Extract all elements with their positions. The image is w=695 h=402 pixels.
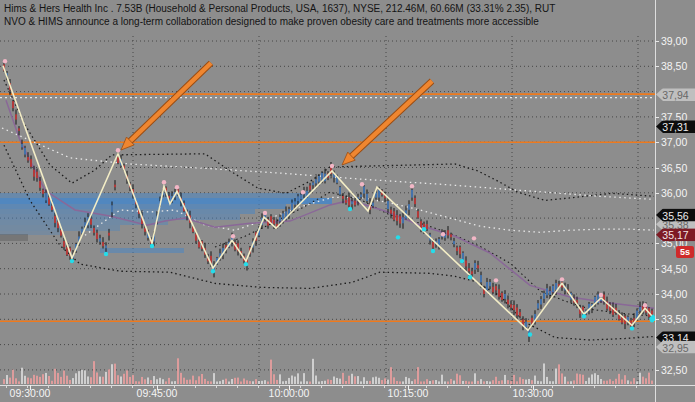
swing-low-dot [468,275,472,279]
price-label: 36,50 [661,162,687,174]
annotation-arrow[interactable] [121,63,211,150]
swing-low-dot [528,332,532,336]
price-axis-tick [655,142,659,143]
price-label: 34,00 [661,288,687,300]
price-axis-tick [655,319,659,320]
price-tag[interactable]: 32,95 [656,341,695,354]
price-tag[interactable]: 37,31 [656,120,695,133]
plot-area [0,36,657,385]
time-axis-tick [258,385,259,388]
price-axis-tick [655,243,659,244]
swing-high-dot [494,278,498,282]
swing-high-dot [410,184,414,188]
swing-high-dot [441,232,445,236]
swing-high-dot [162,180,166,184]
swing-low-dot [150,244,154,248]
time-axis-tick [615,385,616,388]
swing-high-dot [360,182,364,186]
time-axis-tick [237,385,238,388]
swing-low-dot [582,314,586,318]
time-axis-tick [6,385,7,388]
price-chart-canvas[interactable] [0,0,695,402]
swing-high-dot [175,185,179,189]
swing-high-dot [330,164,334,168]
price-axis-tick [655,269,659,270]
swing-low-dot [244,262,248,266]
price-axis-tick [655,117,659,118]
news-headline[interactable]: NVO & HIMS announce a long-term collabor… [4,16,539,27]
time-axis-tick [447,385,448,388]
swing-high-dot [472,236,476,240]
trading-chart-window: Hims & Hers Health Inc . 7.53B (Househol… [0,0,695,402]
time-axis-tick [489,385,490,388]
price-axis-tick [655,41,659,42]
time-axis-tick [342,385,343,388]
swing-high-dot [231,234,235,238]
time-axis-tick [363,385,364,388]
price-label: 39,00 [661,35,687,47]
swing-high-dot [643,303,647,307]
time-axis-tick [216,385,217,388]
price-label: 33,50 [661,313,687,325]
time-axis-tick [111,385,112,388]
swing-high-dot [560,277,564,281]
price-label: 32,50 [661,364,687,376]
swing-low-dot [70,259,74,263]
price-label: 38,50 [661,60,687,72]
swing-low-dot [460,259,464,263]
period-badge[interactable]: 5s [676,246,694,258]
white-ma-slow [2,128,654,199]
time-axis-tick [90,385,91,388]
price-axis-tick [655,294,659,295]
time-label: 10:00:00 [269,387,310,399]
time-label: 09:30:00 [10,387,51,399]
time-axis-tick [195,385,196,388]
price-axis-tick [655,370,659,371]
black-band-mid [215,192,654,316]
swing-high-dot [116,148,120,152]
price-label: 37,00 [661,136,687,148]
time-axis-tick [132,385,133,388]
time-axis-tick [468,385,469,388]
time-axis-tick [321,385,322,388]
swing-low-dot [431,249,435,253]
time-axis-tick [573,385,574,388]
time-axis-tick [69,385,70,388]
price-label: 34,50 [661,263,687,275]
time-label: 10:15:00 [388,387,429,399]
swing-low-dot [211,269,215,273]
volume-histogram [3,358,653,384]
swing-low-dot [396,235,400,239]
price-tag[interactable]: 35,56 [656,209,695,222]
price-label: 36,00 [661,187,687,199]
time-label: 10:30:00 [513,387,554,399]
time-axis-tick [594,385,595,388]
swing-high-dot [263,211,267,215]
swing-high-dot [301,190,305,194]
swing-low-dot [348,207,352,211]
time-axis-tick [510,385,511,388]
price-tag[interactable]: 37,94 [656,88,695,101]
swing-high-dot [3,59,7,63]
symbol-title: Hims & Hers Health Inc . 7.53B (Househol… [4,3,555,14]
time-axis-tick [636,385,637,388]
swing-low-dot [104,252,108,256]
swing-low-dot [422,227,426,231]
price-axis-tick [655,193,659,194]
time-axis-tick [384,385,385,388]
swing-low-dot [630,326,634,330]
price-axis-tick [655,66,659,67]
price-axis-tick [655,168,659,169]
time-label: 09:45:00 [137,387,178,399]
swing-high-dot [599,293,603,297]
price-tag[interactable]: 35,17 [656,228,695,241]
